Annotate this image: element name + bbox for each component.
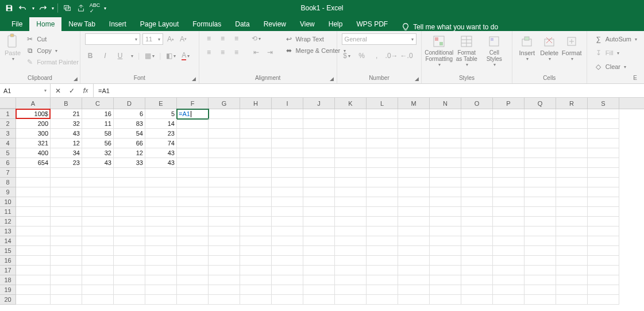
- cell-L18[interactable]: [367, 275, 398, 285]
- cell-B4[interactable]: 12: [51, 139, 82, 148]
- cell-J6[interactable]: [303, 158, 335, 168]
- column-header-E[interactable]: E: [145, 98, 177, 109]
- cell-N11[interactable]: [430, 207, 461, 217]
- cell-E7[interactable]: [145, 168, 177, 178]
- cell-A19[interactable]: [16, 285, 51, 295]
- cell-Q20[interactable]: [525, 295, 556, 305]
- cell-H6[interactable]: [240, 158, 272, 168]
- cell-P3[interactable]: [493, 129, 525, 139]
- cell-R11[interactable]: [556, 207, 588, 217]
- cell-S6[interactable]: [588, 158, 619, 168]
- row-header-18[interactable]: 18: [0, 275, 16, 285]
- cell-I7[interactable]: [272, 168, 303, 178]
- cell-K14[interactable]: [335, 236, 367, 246]
- cell-M13[interactable]: [398, 226, 430, 236]
- cell-P6[interactable]: [493, 158, 525, 168]
- cell-J19[interactable]: [303, 285, 335, 295]
- cell-F10[interactable]: [177, 197, 209, 207]
- cell-L20[interactable]: [367, 295, 398, 305]
- cell-R9[interactable]: [556, 187, 588, 197]
- row-header-1[interactable]: 1: [0, 109, 16, 119]
- cell-O6[interactable]: [461, 158, 493, 168]
- cell-Q16[interactable]: [525, 256, 556, 266]
- formula-input[interactable]: =A1: [94, 84, 644, 97]
- cell-K12[interactable]: [335, 217, 367, 226]
- cell-A18[interactable]: [16, 275, 51, 285]
- cell-H15[interactable]: [240, 246, 272, 256]
- column-header-J[interactable]: J: [303, 98, 335, 109]
- cell-I4[interactable]: [272, 139, 303, 148]
- cell-R8[interactable]: [556, 178, 588, 187]
- cell-K6[interactable]: [335, 158, 367, 168]
- cell-O15[interactable]: [461, 246, 493, 256]
- cell-S2[interactable]: [588, 119, 619, 129]
- cell-I13[interactable]: [272, 226, 303, 236]
- cell-D5[interactable]: 12: [114, 148, 145, 158]
- row-header-2[interactable]: 2: [0, 119, 16, 129]
- cell-M8[interactable]: [398, 178, 430, 187]
- cell-P11[interactable]: [493, 207, 525, 217]
- cell-O1[interactable]: [461, 109, 493, 119]
- cell-L1[interactable]: [367, 109, 398, 119]
- cell-A4[interactable]: 321: [16, 139, 51, 148]
- clear-button[interactable]: ◇ Clear▾: [592, 61, 628, 72]
- cell-J3[interactable]: [303, 129, 335, 139]
- cell-G3[interactable]: [209, 129, 240, 139]
- cell-E1[interactable]: 5: [145, 109, 177, 119]
- cell-B13[interactable]: [51, 226, 82, 236]
- cell-J9[interactable]: [303, 187, 335, 197]
- cell-S14[interactable]: [588, 236, 619, 246]
- cell-O19[interactable]: [461, 285, 493, 295]
- cell-I20[interactable]: [272, 295, 303, 305]
- cell-A13[interactable]: [16, 226, 51, 236]
- cell-M17[interactable]: [398, 266, 430, 275]
- align-bottom-icon[interactable]: ≡: [232, 33, 242, 44]
- cell-C3[interactable]: 58: [82, 129, 114, 139]
- row-header-13[interactable]: 13: [0, 226, 16, 236]
- cell-E8[interactable]: [145, 178, 177, 187]
- cell-C12[interactable]: [82, 217, 114, 226]
- cell-G5[interactable]: [209, 148, 240, 158]
- underline-button[interactable]: U: [115, 51, 125, 61]
- cell-E13[interactable]: [145, 226, 177, 236]
- cell-P4[interactable]: [493, 139, 525, 148]
- cell-M7[interactable]: [398, 168, 430, 178]
- cell-R15[interactable]: [556, 246, 588, 256]
- column-header-G[interactable]: G: [209, 98, 240, 109]
- copy-button[interactable]: ⧉ Copy ▾: [23, 45, 81, 56]
- cell-R3[interactable]: [556, 129, 588, 139]
- column-header-M[interactable]: M: [398, 98, 430, 109]
- cell-B12[interactable]: [51, 217, 82, 226]
- cell-K2[interactable]: [335, 119, 367, 129]
- cell-F2[interactable]: [177, 119, 209, 129]
- cell-D16[interactable]: [114, 256, 145, 266]
- conditional-formatting-button[interactable]: Conditional Formatting▾: [426, 33, 452, 67]
- cell-B10[interactable]: [51, 197, 82, 207]
- cell-S5[interactable]: [588, 148, 619, 158]
- row-header-7[interactable]: 7: [0, 168, 16, 178]
- cell-O3[interactable]: [461, 129, 493, 139]
- cell-H11[interactable]: [240, 207, 272, 217]
- cell-N19[interactable]: [430, 285, 461, 295]
- cell-N2[interactable]: [430, 119, 461, 129]
- cell-G2[interactable]: [209, 119, 240, 129]
- cell-L7[interactable]: [367, 168, 398, 178]
- decrease-font-icon[interactable]: A▾: [178, 34, 188, 44]
- cell-P7[interactable]: [493, 168, 525, 178]
- cell-A9[interactable]: [16, 187, 51, 197]
- fx-button[interactable]: fx: [82, 87, 90, 95]
- row-header-4[interactable]: 4: [0, 139, 16, 148]
- cell-C14[interactable]: [82, 236, 114, 246]
- cell-styles-button[interactable]: Cell Styles▾: [481, 33, 507, 67]
- cell-K1[interactable]: [335, 109, 367, 119]
- cell-L9[interactable]: [367, 187, 398, 197]
- cell-E5[interactable]: 43: [145, 148, 177, 158]
- font-size-combo[interactable]: 11▾: [142, 33, 163, 45]
- cell-M5[interactable]: [398, 148, 430, 158]
- column-header-I[interactable]: I: [272, 98, 303, 109]
- cell-A16[interactable]: [16, 256, 51, 266]
- cell-J2[interactable]: [303, 119, 335, 129]
- cell-C17[interactable]: [82, 266, 114, 275]
- cell-A17[interactable]: [16, 266, 51, 275]
- cell-A8[interactable]: [16, 178, 51, 187]
